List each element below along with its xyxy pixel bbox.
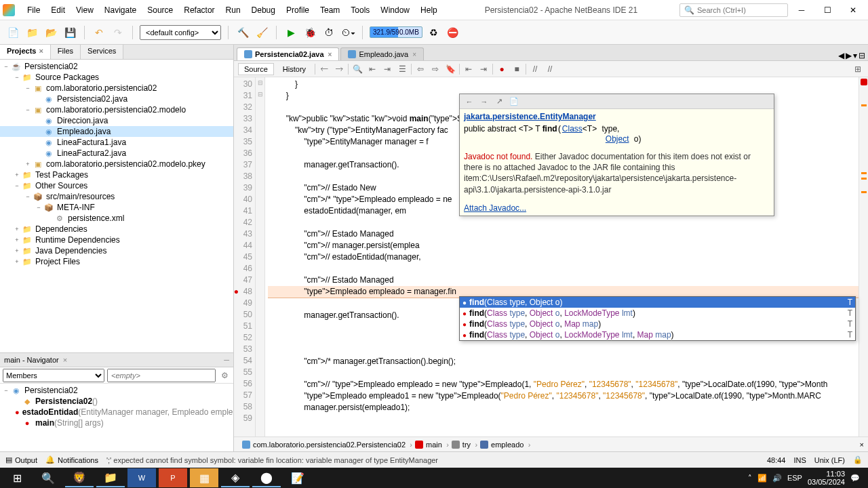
attach-javadoc-link[interactable]: Attach Javadoc...: [464, 203, 770, 213]
tree-item[interactable]: ◉LineaFactura1.java: [0, 137, 233, 148]
error-strip[interactable]: [859, 77, 868, 436]
clean-build-button[interactable]: 🧹: [254, 25, 269, 40]
split-icon[interactable]: ⊞: [852, 63, 864, 75]
expand-icon[interactable]: −: [3, 63, 9, 70]
menu-tools[interactable]: Tools: [345, 3, 375, 18]
powerpoint-icon[interactable]: P: [159, 468, 187, 487]
next-bookmark-icon[interactable]: ⇨: [429, 63, 441, 75]
notifications-tray-icon[interactable]: 💬: [850, 474, 860, 483]
breadcrumb-item[interactable]: com.laboratorio.persistencia02.Persisten…: [238, 439, 411, 450]
menu-profile[interactable]: Profile: [281, 3, 315, 18]
tree-item[interactable]: −📦META-INF: [0, 202, 233, 213]
expand-icon[interactable]: +: [14, 237, 20, 243]
shift-right-icon[interactable]: ⇥: [477, 63, 490, 75]
navigator-tree[interactable]: −◉Persistencia02◆Persistencia02()●estado…: [0, 384, 233, 451]
minimize-button[interactable]: ─: [789, 1, 814, 20]
expand-icon[interactable]: +: [14, 171, 20, 178]
menu-window[interactable]: Window: [375, 3, 415, 18]
history-view-button[interactable]: History: [277, 63, 312, 75]
expand-icon[interactable]: −: [14, 182, 20, 189]
new-file-button[interactable]: 📄: [5, 25, 20, 40]
toggle-bookmark-icon[interactable]: 🔖: [444, 63, 456, 75]
expand-icon[interactable]: +: [14, 226, 20, 232]
warn-marker-icon[interactable]: [861, 172, 867, 174]
profile-dropdown[interactable]: ⏲▾: [340, 25, 355, 40]
profile-button[interactable]: ⏱: [321, 25, 336, 40]
expand-icon[interactable]: +: [14, 258, 20, 265]
javadoc-back-icon[interactable]: ←: [462, 96, 476, 108]
nav-item[interactable]: ●estadoEntidad(EntityManager manager, Em…: [0, 407, 233, 418]
tree-item[interactable]: +▣com.laboratorio.persistencia02.modelo.…: [0, 159, 233, 169]
navigator-min-icon[interactable]: ─: [224, 356, 229, 364]
scroll-left-icon[interactable]: ◀: [838, 51, 844, 60]
start-button[interactable]: ⊞: [3, 468, 31, 487]
tab-list-icon[interactable]: ▾: [853, 51, 857, 60]
tree-item[interactable]: −📦src/main/resources: [0, 191, 233, 202]
find-next-icon[interactable]: ⇥: [381, 63, 393, 75]
output-button[interactable]: ▤Output: [5, 455, 37, 464]
volume-icon[interactable]: 🔊: [772, 474, 782, 483]
completion-item[interactable]: ●find(Class type, Object o)T: [460, 297, 855, 308]
expand-icon[interactable]: −: [24, 106, 31, 113]
javadoc-fwd-icon[interactable]: →: [477, 96, 491, 108]
tree-item[interactable]: −▣com.laboratorio.persistencia02: [0, 83, 233, 94]
clock[interactable]: 11:03 03/05/2024: [808, 470, 845, 486]
expand-icon[interactable]: −: [24, 193, 31, 200]
expand-icon[interactable]: −: [35, 204, 42, 211]
breadcrumb-item[interactable]: empleado: [476, 439, 529, 450]
word-icon[interactable]: W: [127, 468, 156, 487]
nav-item[interactable]: ●main(String[] args): [0, 418, 233, 428]
navigator-settings-icon[interactable]: ⚙: [218, 371, 231, 380]
menu-source[interactable]: Source: [142, 3, 178, 18]
project-tab-files[interactable]: Files: [51, 45, 81, 59]
completion-item[interactable]: ●find(Class type, Object o, LockModeType…: [460, 308, 855, 319]
memory-indicator[interactable]: 321.9/590.0MB: [370, 26, 422, 38]
tree-item[interactable]: ⚙persistence.xml: [0, 213, 233, 224]
undo-button[interactable]: ↶: [92, 25, 106, 40]
tree-item[interactable]: +📁Dependencies: [0, 224, 233, 235]
wifi-icon[interactable]: 📶: [757, 474, 767, 483]
save-all-button[interactable]: 💾: [62, 25, 77, 40]
lang-indicator[interactable]: ESP: [787, 474, 802, 482]
tree-item[interactable]: +📁Project Files: [0, 256, 233, 267]
tree-item[interactable]: ◉Direccion.java: [0, 115, 233, 126]
breadcrumb-item[interactable]: try: [448, 439, 476, 450]
completion-item[interactable]: ●find(Class type, Object o, LockModeType…: [460, 329, 855, 340]
tree-item[interactable]: ◉Empleado.java: [0, 126, 233, 137]
tree-item[interactable]: +📁Runtime Dependencies: [0, 235, 233, 245]
obs-icon[interactable]: ⬤: [252, 468, 281, 487]
run-button[interactable]: ▶: [283, 25, 298, 40]
javadoc-class-link[interactable]: jakarta.persistence.EntityManager: [464, 112, 596, 121]
notifications-button[interactable]: 🔔Notifications: [45, 455, 98, 464]
nav-back-icon[interactable]: 🡐: [318, 63, 330, 75]
tree-item[interactable]: −☕Persistencia02: [0, 61, 233, 72]
search-button[interactable]: 🔍: [34, 468, 62, 487]
warn-marker-icon[interactable]: [861, 104, 867, 106]
expand-icon[interactable]: +: [14, 247, 20, 254]
close-icon[interactable]: ×: [328, 51, 332, 58]
redo-button[interactable]: ↷: [111, 25, 125, 40]
javadoc-src-icon[interactable]: 📄: [507, 96, 521, 108]
editor-tab[interactable]: Persistencia02.java×: [237, 47, 339, 60]
tree-item[interactable]: ◉Persistencia02.java: [0, 94, 233, 104]
javadoc-type-link[interactable]: Class: [562, 124, 583, 134]
macro-rec-icon[interactable]: ●: [496, 63, 508, 75]
close-icon[interactable]: ×: [412, 51, 416, 58]
fold-gutter[interactable]: ⊟⊟: [256, 77, 265, 436]
debug-button[interactable]: 🐞: [302, 25, 317, 40]
tree-item[interactable]: ◉LineaFactura2.java: [0, 148, 233, 159]
expand-icon[interactable]: +: [24, 161, 31, 167]
tray-chevron-icon[interactable]: ˄: [748, 474, 752, 483]
project-tab-projects[interactable]: Projects×: [0, 45, 51, 59]
explorer-icon[interactable]: 📁: [96, 468, 125, 487]
macro-stop-icon[interactable]: ■: [511, 63, 523, 75]
find-sel-icon[interactable]: 🔍: [351, 63, 363, 75]
prev-bookmark-icon[interactable]: ⇦: [414, 63, 427, 75]
maximize-button[interactable]: ☐: [815, 1, 840, 20]
breadcrumb-close-icon[interactable]: ×: [860, 441, 864, 449]
navigator-view-select[interactable]: Members: [3, 369, 104, 382]
menu-run[interactable]: Run: [220, 3, 246, 18]
menu-help[interactable]: Help: [415, 3, 443, 18]
code-editor[interactable]: 3031323334353637383940414243444546474849…: [234, 77, 868, 436]
system-tray[interactable]: ˄ 📶 🔊 ESP 11:03 03/05/2024 💬: [748, 470, 865, 486]
